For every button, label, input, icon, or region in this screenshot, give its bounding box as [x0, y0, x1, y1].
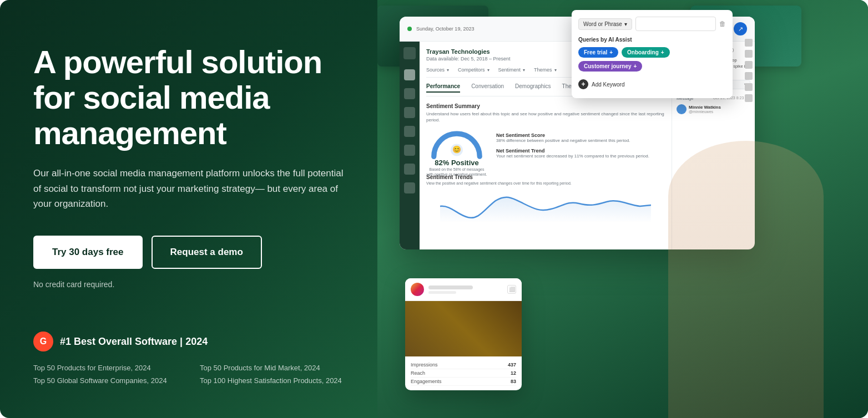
sidebar-icon-7[interactable] [404, 182, 415, 193]
social-card-header: ⬜ [405, 278, 522, 301]
ai-chip-onboarding[interactable]: Onboarding + [622, 47, 670, 58]
add-icon: + [578, 79, 588, 89]
filter-sentiment[interactable]: Sentiment [498, 67, 526, 73]
reach-value: 12 [511, 370, 516, 376]
sidebar-icon-5[interactable] [404, 145, 415, 156]
try-free-button[interactable]: Try 30 days free [33, 236, 143, 269]
keyword-input-row: Word or Phrase ▾ 🗑 [578, 17, 726, 31]
keyword-input[interactable] [635, 17, 716, 31]
social-name-bar [428, 286, 473, 289]
g2-badge: G #1 Best Overall Software | 2024 [33, 332, 344, 351]
sentiment-title: Sentiment Summary [426, 103, 665, 109]
ai-chip-label: Customer journey [584, 63, 632, 69]
sidebar-icon-6[interactable] [404, 164, 415, 175]
no-cc-label: No credit card required. [33, 280, 344, 289]
delete-keyword-icon[interactable]: 🗑 [719, 20, 726, 28]
awards-section: G #1 Best Overall Software | 2024 Top 50… [33, 332, 344, 385]
sidebar-icon-3[interactable] [404, 107, 415, 118]
award-item-4: Top 100 Highest Satisfaction Products, 2… [200, 376, 344, 385]
right-icon-1[interactable] [745, 39, 753, 47]
keyword-type-select[interactable]: Word or Phrase ▾ [578, 18, 632, 30]
ai-chip-label: Onboarding [627, 49, 659, 55]
ai-chip-free-trial[interactable]: Free trial + [578, 47, 618, 58]
social-options-icon[interactable]: ⬜ [507, 285, 516, 294]
award-grid: Top 50 Products for Enterprise, 2024 Top… [33, 364, 344, 385]
sidebar-icon-4[interactable] [404, 126, 415, 137]
tab-conversation[interactable]: Conversation [471, 83, 504, 93]
social-name-bar2 [428, 291, 456, 294]
gauge-svg: 😊 [426, 129, 487, 159]
gauge-container: 😊 82% Positive Based on the 58% of messa… [426, 129, 487, 167]
svg-rect-3 [458, 327, 469, 333]
social-card-stats: Impressions 437 Reach 12 Engagements 83 [405, 356, 522, 390]
engagements-label: Engagements [411, 379, 442, 384]
filter-competitors[interactable]: Competitors [458, 67, 489, 73]
bag-illustration [441, 309, 486, 348]
sentiment-gauge-area: 😊 82% Positive Based on the 58% of messa… [426, 129, 665, 167]
chevron-down-icon: ▾ [624, 21, 627, 27]
sidebar-icon-1[interactable] [404, 69, 415, 80]
person-container [635, 85, 857, 418]
request-demo-button[interactable]: Request a demo [152, 236, 262, 269]
ai-chip-customer-journey[interactable]: Customer journey + [578, 61, 642, 72]
headline: A powerful solution for social media man… [33, 44, 344, 150]
sentiment-section: Sentiment Summary Understand how users f… [426, 103, 665, 167]
trend-desc: View the positive and negative sentiment… [426, 181, 665, 185]
social-name-block [428, 286, 503, 294]
tab-demographics[interactable]: Demographics [515, 83, 551, 93]
filter-sources[interactable]: Sources [426, 67, 449, 73]
award-item-1: Top 50 Products for Enterprise, 2024 [33, 364, 178, 372]
engagements-value: 83 [511, 379, 516, 384]
tab-performance[interactable]: Performance [426, 83, 460, 93]
left-content: A powerful solution for social media man… [0, 0, 377, 418]
svg-text:😊: 😊 [452, 146, 462, 155]
action-button[interactable]: ↗ [734, 22, 747, 35]
right-icon-4[interactable] [745, 72, 753, 80]
impressions-label: Impressions [411, 362, 438, 368]
sidebar-icon-2[interactable] [404, 88, 415, 99]
right-icon-2[interactable] [745, 50, 753, 58]
ai-chips: Free trial + Onboarding + Customer journ… [578, 47, 726, 72]
award-item-2: Top 50 Global Software Companies, 2024 [33, 376, 178, 385]
gauge-label: 82% Positive [426, 159, 487, 167]
add-chip-icon: + [634, 63, 637, 69]
social-avatar [411, 283, 424, 296]
gauge-sublabel: Based on the 58% of messages with positi… [426, 167, 487, 177]
award-title: #1 Best Overall Software | 2024 [60, 336, 208, 348]
sentiment-desc: Understand how users feel about this top… [426, 111, 665, 123]
award-item-3: Top 50 Products for Mid Market, 2024 [200, 364, 344, 372]
hero-section: A powerful solution for social media man… [0, 0, 868, 418]
impressions-value: 437 [508, 362, 516, 368]
g2-logo: G [33, 332, 53, 351]
svg-rect-2 [450, 323, 477, 345]
add-keyword-button[interactable]: + Add Keyword [578, 77, 726, 91]
stat-engagements: Engagements 83 [411, 378, 516, 386]
social-card: ⬜ Impressions 437 Reach 12 [405, 278, 522, 390]
add-chip-icon: + [661, 49, 664, 55]
ai-chip-label: Free trial [584, 49, 607, 55]
trend-chart-svg [426, 190, 665, 223]
status-dot [407, 27, 412, 31]
add-chip-icon: + [609, 49, 613, 55]
right-panel: Word or Phrase ▾ 🗑 Queries by AI Assist … [377, 0, 868, 418]
trend-section: Sentiment Trends View the positive and n… [426, 174, 665, 225]
reach-label: Reach [411, 370, 425, 376]
stat-reach: Reach 12 [411, 369, 516, 378]
subheadline: Our all-in-one social media management p… [33, 166, 344, 211]
date-label: Sunday, October 19, 2023 [416, 26, 474, 32]
dash-sidebar [400, 42, 420, 249]
add-keyword-label: Add Keyword [592, 81, 624, 88]
right-icon-3[interactable] [745, 61, 753, 69]
social-card-image [405, 301, 522, 356]
stat-impressions: Impressions 437 [411, 361, 516, 369]
person-silhouette [668, 141, 824, 418]
keyword-type-label: Word or Phrase [583, 21, 622, 27]
filter-themes[interactable]: Themes [534, 67, 557, 73]
sidebar-logo [403, 47, 416, 59]
cta-buttons: Try 30 days free Request a demo [33, 236, 344, 269]
ai-assist-label: Queries by AI Assist [578, 37, 726, 43]
keyword-popup: Word or Phrase ▾ 🗑 Queries by AI Assist … [572, 10, 733, 98]
